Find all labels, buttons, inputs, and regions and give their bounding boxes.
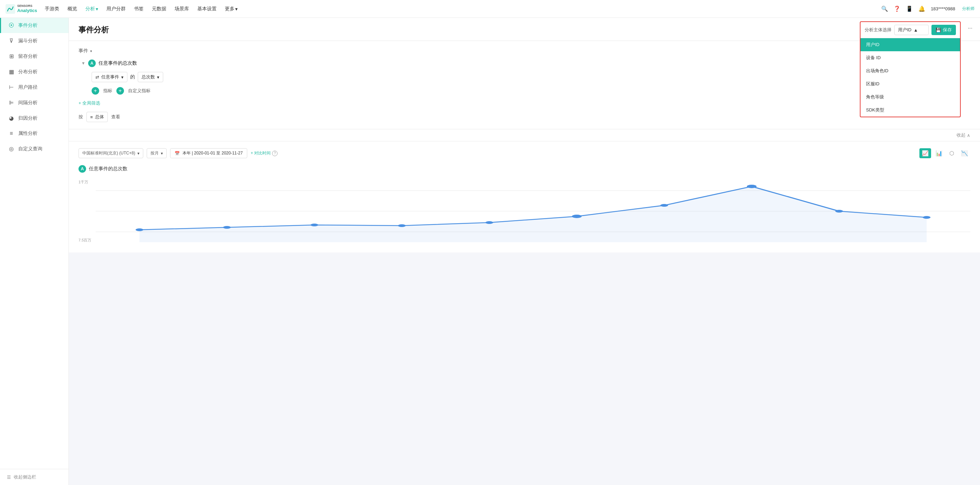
nav-overview[interactable]: 概览 (64, 4, 81, 14)
event-selector[interactable]: 事件 ▾ (78, 48, 92, 54)
subject-select[interactable]: 用户ID ▲ (894, 25, 929, 35)
option-sdk-type[interactable]: SDK类型 (861, 103, 960, 117)
chart-toolbar: 中国标准时间(北京) (UTC+8) ▾ 按月 ▾ 📅 本年 | 2020-01… (78, 148, 970, 158)
app-layout: ⦿ 事件分析 ⊽ 漏斗分析 ⊞ 留存分析 ▦ 分布分析 ⊢ 用户路径 ⊫ 间隔分… (0, 18, 980, 485)
event-arrow-icon: ▾ (90, 49, 92, 53)
nav-analysis[interactable]: 分析 ▾ (82, 4, 102, 14)
chart-metric-title: 任意事件的总次数 (89, 166, 127, 172)
subject-options-menu: 用户ID 设备 ID 出场角色ID 区服ID 角色等级 SDK类型 (861, 38, 960, 117)
page-title: 事件分析 (78, 25, 970, 41)
sidebar-collapse-btn[interactable]: ☰ 收起侧边栏 (0, 469, 68, 485)
y-axis-label-bottom: 7.5百万 (78, 238, 96, 243)
option-server-id[interactable]: 区服ID (861, 78, 960, 90)
metric-expand-icon[interactable]: ▼ (81, 61, 85, 66)
brand-text: SENSORS Analytics (17, 4, 37, 13)
event-label-text: 事件 (78, 48, 88, 54)
more-options-button[interactable]: ··· (966, 24, 975, 33)
sidebar-item-retention[interactable]: ⊞ 留存分析 (0, 49, 68, 64)
attribution-icon: ◕ (8, 115, 15, 121)
sidebar-item-property[interactable]: ≡ 属性分析 (0, 126, 68, 141)
sidebar-item-event-analysis[interactable]: ⦿ 事件分析 (0, 18, 68, 33)
group-by-label: 按 (78, 114, 83, 120)
timezone-select[interactable]: 中国标准时间(北京) (UTC+8) ▾ (78, 148, 143, 158)
sidebar-item-label: 属性分析 (18, 130, 38, 136)
analysis-subject-label: 分析主体选择 (865, 27, 891, 33)
compare-help-icon[interactable]: ? (272, 151, 278, 156)
line-chart (96, 177, 970, 246)
sidebar-item-label: 间隔分析 (18, 100, 38, 106)
nav-settings[interactable]: 基本设置 (194, 4, 220, 14)
search-icon[interactable]: 🔍 (881, 5, 888, 13)
topnav-right: 🔍 ❓ 📱 🔔 183****0988 分析师 (881, 5, 975, 13)
sidebar-item-user-path[interactable]: ⊢ 用户路径 (0, 79, 68, 95)
topnav: SENSORS Analytics 手游类 概览 分析 ▾ 用户分群 书签 元数… (0, 0, 980, 18)
metric-config-row: ⇄ 任意事件 ▾ 的 总次数 ▾ (92, 72, 970, 82)
sidebar-item-funnel[interactable]: ⊽ 漏斗分析 (0, 33, 68, 49)
sidebar-item-label: 漏斗分析 (18, 38, 38, 44)
nav-metadata[interactable]: 元数据 (148, 4, 170, 14)
sidebar-item-label: 用户路径 (18, 84, 38, 90)
sidebar: ⦿ 事件分析 ⊽ 漏斗分析 ⊞ 留存分析 ▦ 分布分析 ⊢ 用户路径 ⊫ 间隔分… (0, 18, 69, 485)
sidebar-item-custom-query[interactable]: ◎ 自定义查询 (0, 141, 68, 157)
nav-bookmarks[interactable]: 书签 (130, 4, 147, 14)
topnav-menu: 手游类 概览 分析 ▾ 用户分群 书签 元数据 场景库 基本设置 更多 ▾ (41, 4, 881, 14)
group-row: 按 ≡ 总体 查看 (78, 112, 970, 122)
option-role-level[interactable]: 角色等级 (861, 90, 960, 103)
view-label: 查看 (111, 114, 120, 120)
selected-value: 用户ID (898, 27, 912, 33)
user-role[interactable]: 分析师 (962, 6, 975, 12)
sidebar-item-label: 留存分析 (18, 53, 38, 60)
chart-metric-label: A 任意事件的总次数 (78, 165, 970, 173)
metric-title: 任意事件的总次数 (99, 60, 137, 67)
svg-point-13 (835, 210, 843, 212)
global-filter-btn[interactable]: + 全局筛选 (78, 100, 100, 106)
sidebar-item-distribution[interactable]: ▦ 分布分析 (0, 64, 68, 79)
svg-marker-4 (140, 186, 927, 242)
chevron-down-icon: ▾ (161, 151, 163, 156)
custom-query-icon: ◎ (8, 146, 15, 152)
chart-type-bar[interactable]: 📊 (933, 148, 945, 158)
help-icon[interactable]: ❓ (894, 5, 900, 13)
query-section: 事件 ▾ ▼ A 任意事件的总次数 ⇄ 任意事件 ▾ 的 (69, 41, 980, 129)
user-path-icon: ⊢ (8, 84, 15, 90)
sidebar-item-attribution[interactable]: ◕ 归因分析 (0, 110, 68, 126)
add-metric-row: + 指标 + 自定义指标 (92, 87, 970, 95)
option-device-id[interactable]: 设备 ID (861, 51, 960, 64)
svg-point-5 (136, 228, 143, 231)
option-character-id[interactable]: 出场角色ID (861, 64, 960, 78)
notification-icon[interactable]: 🔔 (918, 5, 925, 13)
page-header: 事件分析 分析主体选择 用户ID ▲ 💾 保存 用户ID 设备 ID (69, 18, 980, 41)
device-icon[interactable]: 📱 (906, 5, 913, 13)
save-button[interactable]: 💾 保存 (931, 25, 956, 35)
add-metric-button[interactable]: + (92, 87, 99, 95)
chart-type-area[interactable]: 📉 (959, 148, 970, 158)
period-select[interactable]: 按月 ▾ (147, 148, 167, 158)
logo[interactable]: SENSORS Analytics (5, 4, 37, 14)
metric-type-select[interactable]: 总次数 ▾ (138, 72, 163, 82)
svg-point-12 (747, 185, 757, 188)
calendar-icon: 📅 (175, 151, 180, 156)
chart-type-pie[interactable]: ⬡ (947, 148, 956, 158)
sa-logo-icon (5, 4, 15, 14)
property-icon: ≡ (8, 130, 15, 136)
y-axis-label-top: 1千万 (78, 179, 96, 185)
event-type-select[interactable]: ⇄ 任意事件 ▾ (92, 72, 127, 82)
nav-mobile-games[interactable]: 手游类 (41, 4, 63, 14)
nav-more[interactable]: 更多 ▾ (221, 4, 241, 14)
distribution-icon: ▦ (8, 68, 15, 75)
sidebar-item-interval[interactable]: ⊫ 间隔分析 (0, 95, 68, 110)
nav-scene-library[interactable]: 场景库 (171, 4, 192, 14)
compare-time-btn[interactable]: + 对比时间 ? (251, 150, 278, 156)
chart-type-line[interactable]: 📈 (920, 148, 931, 158)
group-value-select[interactable]: ≡ 总体 (86, 112, 108, 122)
dropdown-header: 分析主体选择 用户ID ▲ 💾 保存 (861, 22, 960, 38)
collapse-bar[interactable]: 收起 ∧ (69, 129, 980, 141)
sidebar-item-label: 分布分析 (18, 69, 38, 75)
date-range-picker[interactable]: 📅 本年 | 2020-01-01 至 2020-11-27 (170, 148, 247, 158)
nav-user-groups[interactable]: 用户分群 (103, 4, 129, 14)
event-analysis-icon: ⦿ (8, 22, 15, 29)
sidebar-item-label: 自定义查询 (18, 146, 42, 152)
add-custom-metric-button[interactable]: + (116, 87, 124, 95)
svg-point-9 (485, 221, 493, 224)
option-user-id[interactable]: 用户ID (861, 38, 960, 51)
